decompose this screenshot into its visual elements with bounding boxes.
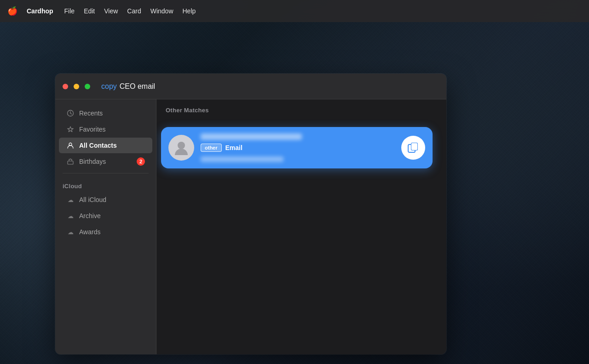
sidebar-item-favorites[interactable]: Favorites <box>59 121 152 137</box>
title-copy-word: copy <box>101 82 117 91</box>
birthdays-icon <box>66 157 75 166</box>
title-rest-text: CEO email <box>120 82 155 91</box>
sidebar-item-label-archive: Archive <box>79 212 101 220</box>
menu-bar: 🍎 Cardhop File Edit View Card Window Hel… <box>0 0 589 22</box>
close-button[interactable] <box>63 84 68 89</box>
sidebar: Recents Favorites All <box>55 99 156 354</box>
title-bar: copy CEO email <box>55 74 446 99</box>
svg-rect-6 <box>411 143 417 150</box>
copy-action-button[interactable] <box>401 136 425 160</box>
contact-other-tag: other <box>201 144 222 152</box>
menu-file[interactable]: File <box>64 7 75 15</box>
main-content: Other Matches other <box>156 99 446 354</box>
contact-email-blurred <box>201 156 283 162</box>
all-contacts-icon <box>66 141 75 150</box>
sidebar-item-label-awards: Awards <box>79 228 100 236</box>
sidebar-item-label-recents: Recents <box>79 110 103 117</box>
apple-menu-icon[interactable]: 🍎 <box>7 6 17 16</box>
contact-avatar <box>168 135 194 161</box>
copy-icon <box>407 142 419 154</box>
favorites-icon <box>66 125 75 133</box>
icloud-icon: ☁ <box>66 196 75 204</box>
menu-window[interactable]: Window <box>150 7 173 15</box>
contact-name-blurred <box>201 133 302 140</box>
sidebar-item-all-icloud[interactable]: ☁ All iCloud <box>59 192 152 208</box>
icloud-section-header: iCloud <box>55 177 156 191</box>
menu-help[interactable]: Help <box>183 7 196 15</box>
menu-view[interactable]: View <box>104 7 118 15</box>
minimize-button[interactable] <box>74 84 79 89</box>
contact-info: other Email <box>201 133 395 162</box>
sidebar-item-label-all-icloud: All iCloud <box>79 196 106 203</box>
birthdays-badge: 2 <box>137 157 145 166</box>
maximize-button[interactable] <box>85 84 90 89</box>
window-body: Recents Favorites All <box>55 99 446 354</box>
menu-edit[interactable]: Edit <box>84 7 95 15</box>
sidebar-item-all-contacts[interactable]: All Contacts <box>59 138 152 153</box>
contact-email-label: Email <box>225 144 243 151</box>
sidebar-item-birthdays[interactable]: Birthdays 2 <box>59 154 152 169</box>
contact-name-row <box>201 133 395 140</box>
recents-icon <box>66 109 75 117</box>
app-window: copy CEO email Recents <box>55 74 446 354</box>
sidebar-divider <box>63 173 149 173</box>
archive-cloud-icon: ☁ <box>66 212 75 220</box>
app-name: Cardhop <box>27 7 53 15</box>
sidebar-item-recents[interactable]: Recents <box>59 105 152 121</box>
sidebar-item-awards[interactable]: ☁ Awards <box>59 224 152 240</box>
sidebar-item-label-birthdays: Birthdays <box>79 158 106 165</box>
search-result-card[interactable]: other Email <box>161 127 433 168</box>
sidebar-item-archive[interactable]: ☁ Archive <box>59 208 152 224</box>
sidebar-item-label-favorites: Favorites <box>79 126 106 133</box>
sidebar-item-label-all-contacts: All Contacts <box>79 142 117 149</box>
svg-rect-2 <box>68 161 73 164</box>
contact-tag-row: other Email <box>201 144 395 152</box>
person-silhouette-icon <box>173 139 190 156</box>
awards-cloud-icon: ☁ <box>66 228 75 236</box>
svg-point-3 <box>178 142 185 149</box>
menu-card[interactable]: Card <box>127 7 141 15</box>
window-title: copy CEO email <box>101 82 155 91</box>
section-header-other-matches: Other Matches <box>156 99 446 117</box>
